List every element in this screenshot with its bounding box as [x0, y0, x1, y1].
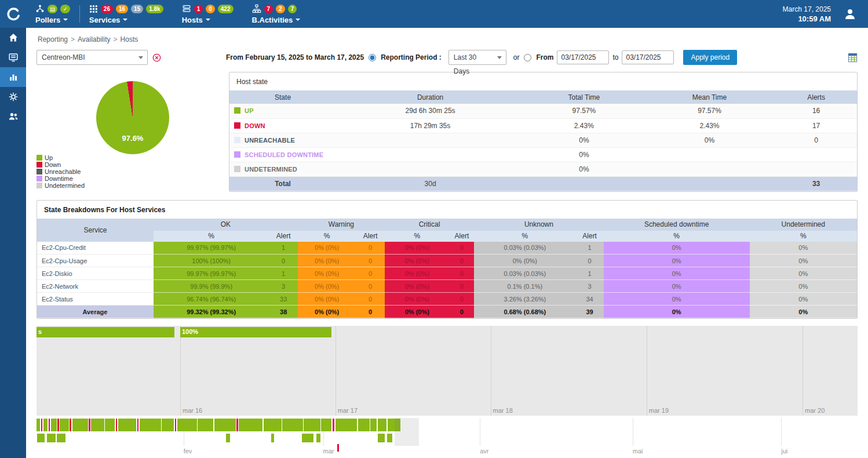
host-status-badge[interactable]: 0 [206, 5, 215, 13]
to-date-input[interactable] [622, 50, 674, 64]
breakdown-sub-header-row: % Alert % Alert % Alert % Alert % % [37, 231, 857, 242]
average-label: Average [37, 306, 154, 318]
host-state-row: UNDETERMINED 0% [229, 162, 857, 176]
sidebar-item-reporting[interactable] [0, 67, 26, 87]
legend-item[interactable]: Undetermined [37, 182, 229, 189]
undetermined-pct: 0% [750, 267, 857, 280]
menu-pollers[interactable]: ▤✓ Pollers [26, 0, 79, 28]
undetermined-pct: 0% [750, 255, 857, 267]
clear-selection-icon[interactable] [152, 53, 161, 62]
apply-period-button[interactable]: Apply period [683, 50, 737, 65]
sidebar-item-configuration[interactable] [0, 87, 26, 107]
menu-hosts[interactable]: 10422 Hosts [173, 0, 243, 28]
hosts-label: Hosts [182, 16, 203, 24]
service-status-badge[interactable]: 1.8k [146, 5, 163, 13]
col-total-time: Total Time [524, 90, 644, 104]
critical-alert: 0 [450, 242, 474, 255]
host-state-row: UP 29d 6h 30m 25s 97.57% 97.57% 16 [229, 104, 857, 118]
pie-value-label: 97.6% [122, 134, 144, 143]
avg-critical-pct: 0% (0%) [385, 306, 450, 318]
availability-bar-label: 100% [182, 328, 198, 335]
menu-bactivities[interactable]: 727 B.Activities [243, 0, 310, 28]
availability-bar[interactable]: s [37, 327, 174, 337]
or-label: or [513, 53, 520, 61]
legend-item[interactable]: Downtime [37, 175, 229, 182]
period-select[interactable]: Last 30 Days [448, 50, 506, 65]
state-color-swatch [234, 151, 240, 158]
poller-status-chip[interactable]: ▤ [48, 5, 57, 13]
service-status-badge[interactable]: 15 [131, 5, 143, 13]
breadcrumb-separator: > [114, 35, 118, 43]
legend-item[interactable]: Up [37, 154, 229, 161]
sidebar-item-administration[interactable] [0, 107, 26, 126]
reporting-period-radio[interactable] [369, 54, 376, 61]
host-status-badge[interactable]: 1 [194, 5, 203, 13]
navigator-segment [321, 419, 331, 431]
legend-color-swatch [37, 183, 42, 188]
legend-item[interactable]: Unreachable [37, 168, 229, 175]
sidebar-item-monitoring[interactable] [0, 48, 26, 67]
pollers-icon [35, 4, 45, 13]
state-label: UP [245, 107, 254, 114]
navigator-segment [387, 434, 392, 442]
navigator-segment [57, 434, 65, 442]
service-breakdown-row: Ec2-Diskio 99.97% (99.97%) 1 0% (0%) 0 0… [37, 267, 857, 280]
unknown-pct: 0.1% (0.1%) [474, 280, 575, 293]
navigator-gridline [781, 418, 782, 446]
navigator-segment [302, 434, 313, 442]
poller-status-chip[interactable]: ✓ [60, 5, 70, 13]
timeline-plot-area[interactable]: mar 16 mar 17 mar 18 mar 19 mar 20 s [37, 326, 858, 416]
service-status-badge[interactable]: 16 [116, 5, 128, 13]
service-status-badge[interactable]: 26 [101, 5, 113, 13]
host-status-badge[interactable]: 422 [218, 5, 234, 13]
total-total-time [524, 176, 644, 191]
custom-period-radio[interactable] [524, 54, 531, 61]
legend-label: Undetermined [45, 182, 85, 189]
navigator-segment [105, 419, 115, 431]
timeline-navigator[interactable] [37, 418, 858, 446]
critical-pct: 0% (0%) [385, 267, 450, 280]
centreon-logo-icon [6, 6, 21, 21]
col-warning: Warning [298, 219, 385, 231]
navigator-segment [226, 434, 230, 442]
sidebar-item-home[interactable] [0, 28, 26, 48]
centreon-logo[interactable] [0, 6, 26, 21]
bactivity-status-badge[interactable]: 2 [276, 5, 285, 13]
state-color-swatch [234, 137, 240, 143]
warning-pct: 0% (0%) [298, 255, 356, 267]
from-date-input[interactable] [557, 50, 609, 64]
availability-bar[interactable]: 100% [180, 327, 331, 337]
navigator-segment [89, 419, 90, 431]
top-menus: ▤✓ Pollers 2616151.8k [26, 0, 309, 28]
sub-unk-alert: Alert [576, 231, 604, 242]
user-profile-icon[interactable] [841, 5, 859, 23]
bactivity-status-badge[interactable]: 7 [288, 5, 297, 13]
host-group-select[interactable]: Centreon-MBI [37, 50, 148, 65]
bactivity-status-badge[interactable]: 7 [264, 5, 273, 13]
host-state-row: DOWN 17h 29m 35s 2.43% 2.43% 17 [229, 118, 857, 133]
menu-services[interactable]: 2616151.8k Services [80, 0, 173, 28]
service-breakdown-row: Ec2-Status 96.74% (96.74%) 33 0% (0%) 0 … [37, 293, 857, 306]
timeline-gridline: mar 18 [491, 326, 491, 416]
service-breakdown-row: Ec2-Cpu-Credit 99.97% (99.97%) 1 0% (0%)… [37, 242, 857, 255]
avg-unknown-pct: 0.68% (0.68%) [474, 306, 575, 318]
navigator-selection-handle[interactable] [395, 418, 420, 446]
chevron-down-icon [123, 19, 127, 21]
col-scheduled-downtime: Scheduled downtime [604, 219, 750, 231]
axis-month-label: jui [781, 448, 787, 455]
breadcrumb-reporting[interactable]: Reporting [38, 35, 68, 43]
axis-month-label: fev [184, 448, 192, 455]
monitoring-icon [8, 52, 19, 63]
chevron-down-icon [296, 19, 300, 21]
export-report-icon[interactable] [848, 53, 858, 63]
legend-item[interactable]: Down [37, 161, 229, 168]
chevron-down-icon [63, 19, 68, 21]
col-ok: OK [154, 219, 298, 231]
state-duration [336, 162, 524, 176]
avg-critical-alert: 0 [450, 306, 474, 318]
gear-icon [8, 92, 19, 102]
navigator-segment [37, 419, 40, 431]
breadcrumb-availability[interactable]: Availability [78, 35, 110, 43]
scheduled-downtime-pct: 0% [604, 255, 750, 267]
navigator-segment [304, 419, 320, 431]
